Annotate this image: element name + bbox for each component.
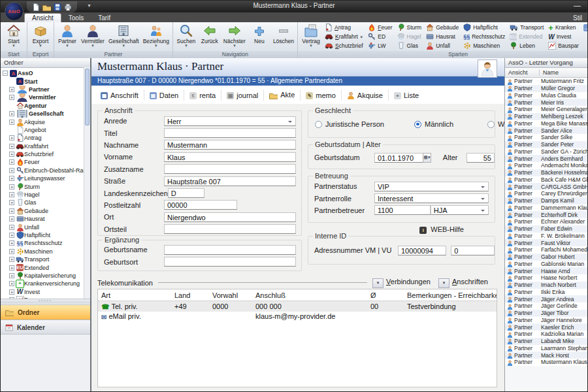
column-name[interactable]: Name [539, 69, 587, 76]
tree-expander[interactable]: + [9, 168, 14, 173]
tree-expander[interactable]: + [9, 233, 14, 238]
sidebar-splitter[interactable]: ••••• [1, 299, 90, 304]
tree-item-start[interactable]: AStart [1, 77, 84, 85]
titel-field[interactable] [164, 128, 296, 138]
ribbon-button-transport[interactable]: Transport [508, 23, 546, 32]
last-op-row[interactable]: Partner Labandt Mike [505, 338, 587, 345]
ribbon-button-rechtsschutz[interactable]: §§Rechtsschutz [461, 32, 507, 41]
ribbon-button-loeschen[interactable]: Löschen [271, 23, 296, 45]
last-op-row[interactable]: Partner Meier Generalagentu... [505, 106, 587, 113]
telekom-col-anschluss[interactable]: Anschluß [252, 291, 367, 299]
last-op-row[interactable]: Partner Mustermann Klaus [505, 359, 587, 366]
last-op-row[interactable]: Partner Sander Peter [505, 141, 587, 148]
tree-expander[interactable]: + [9, 95, 14, 100]
geburtsort-field[interactable] [164, 257, 296, 267]
tree-item-feuer[interactable]: +Feuer [1, 158, 84, 166]
ribbon-button-haftpflicht[interactable]: Haftpflicht [461, 23, 507, 32]
tree-expander[interactable]: + [9, 192, 14, 197]
tree-expander[interactable]: + [9, 281, 14, 286]
view-tab-akquise[interactable]: Akquise [341, 90, 388, 101]
last-op-row[interactable]: Partner Andemacht Monika [505, 162, 587, 169]
view-tab-daten[interactable]: ▤Daten [144, 90, 184, 101]
last-op-row[interactable]: Partner Mehlberg Leszek [505, 113, 587, 120]
tree-expander[interactable]: + [9, 200, 14, 205]
zusatzname-field[interactable] [164, 164, 296, 174]
tree-expander[interactable]: − [3, 71, 8, 76]
view-tab-journal[interactable]: ▤journal [221, 90, 263, 101]
tree-scrollbar[interactable] [84, 67, 90, 299]
tree-expander[interactable]: + [9, 144, 14, 149]
last-op-row[interactable]: Partner Bäckerei Hosselmann [505, 169, 587, 176]
tree-expander[interactable]: + [9, 208, 14, 214]
tree-item-haftpflicht[interactable]: +Haftpflicht [1, 231, 84, 239]
geburtsdatum-input[interactable]: 01.01.1970 [374, 153, 423, 163]
landeskennzeichen-field[interactable]: D [168, 188, 204, 198]
tree-item-angebot[interactable]: Angebot [1, 126, 84, 134]
ribbon-button-sturm[interactable]: Sturm [395, 23, 424, 32]
ribbon-button-zurueck[interactable]: Zurück [198, 23, 221, 45]
ribbon-button-kraftfahrt[interactable]: Kraftfahrt ▼ [323, 32, 365, 41]
ribbon-button-naechster[interactable]: Nächster▼ [221, 23, 248, 48]
tree-item-sturm[interactable]: +Sturm [1, 182, 84, 190]
tree-item-transport[interactable]: +Transport [1, 255, 84, 263]
tree-expander[interactable]: + [9, 87, 14, 92]
last-op-row[interactable]: Partner Faust Viktor [505, 239, 587, 246]
app-menu-button[interactable]: AssO [5, 2, 24, 21]
last-op-row[interactable]: Partner Jäger Gerlinde [505, 302, 587, 310]
ribbon-button-gesellschaft[interactable]: Gesellschaft▼ [106, 23, 141, 48]
strasse-field[interactable]: Hauptstraße 007 [164, 176, 296, 186]
partnerrolle-select[interactable]: Interessent [374, 193, 489, 203]
last-op-row[interactable]: Partner Mack Horst [505, 351, 587, 359]
last-op-row[interactable]: Partner CARGLASS GmbH [505, 183, 587, 190]
tree-expander[interactable]: + [9, 176, 14, 181]
ribbon-button-unfall[interactable]: Unfall [424, 41, 461, 50]
tree-expander[interactable]: + [9, 240, 14, 246]
last-op-row[interactable]: Partner Haase Norbert [505, 274, 587, 282]
view-tab-memo[interactable]: ✎memo [300, 90, 341, 101]
anschriften-button[interactable]: Anschriften [452, 278, 488, 286]
tree-expander[interactable]: + [9, 216, 14, 221]
ribbon-button-beziehung[interactable]: Beziehung▼ [141, 23, 171, 48]
last-op-row[interactable]: Partner Mega Bike Manasse... [505, 120, 587, 127]
last-op-row[interactable]: Partner Jäger Andrea [505, 295, 587, 302]
postleitzahl-field[interactable]: 00000 [164, 200, 237, 210]
tree-item-unfall[interactable]: +Unfall [1, 223, 84, 231]
tree-item-extended[interactable]: +EUExtended [1, 263, 84, 271]
telekom-col-land[interactable]: Land [171, 291, 209, 299]
ribbon-button-maschinen[interactable]: Maschinen [461, 41, 507, 50]
ribbon-button-schutzbrief[interactable]: Schutzbrief [323, 41, 365, 50]
last-op-row[interactable]: Partner Laarmann Stephan [505, 345, 587, 352]
web-hilfe-button[interactable]: i WEB-Hilfe [419, 225, 464, 234]
ribbon-tab-tools[interactable]: Tools [61, 14, 91, 22]
telekom-row-email-priv[interactable]: ✉eMail priv.klaus-m@my-provider.de [98, 312, 497, 322]
anschriften-dropdown-icon[interactable]: ▼ [438, 278, 449, 288]
ribbon-button-partner[interactable]: Partner▼ [56, 23, 79, 48]
minimize-button[interactable]: — [574, 1, 581, 9]
tree-expander[interactable]: + [9, 289, 14, 295]
style-menu[interactable]: Stil [573, 14, 582, 22]
tree-expander[interactable]: + [9, 225, 14, 230]
tree-item-antrag[interactable]: +Antrag [1, 134, 84, 142]
ribbon-button-kranken[interactable]: +Kranken [546, 23, 581, 32]
column-ansicht[interactable]: Ansicht [505, 69, 539, 76]
last-op-row[interactable]: Partner Faber Edwin [505, 225, 587, 233]
last-op-row[interactable]: Partner Jäger Tibor [505, 310, 587, 317]
tree-expander[interactable]: + [9, 249, 14, 254]
verbindungen-dropdown-icon[interactable]: ▼ [372, 278, 384, 288]
ribbon-button-vermittler[interactable]: Vermittler▼ [79, 23, 106, 48]
last-op-row[interactable]: Partner Gabor Hubert [505, 253, 587, 261]
ribbon-button-lw[interactable]: LW [366, 41, 394, 50]
ribbon-button-antrag[interactable]: Antrag [323, 23, 365, 32]
date-picker-button[interactable]: ▦▾ [423, 153, 431, 163]
ribbon-button-gebaeude[interactable]: Gebäude [424, 23, 461, 32]
radio-maennlich[interactable]: Männlich [414, 120, 487, 128]
last-op-row[interactable]: Partner Sander Alice [505, 127, 587, 134]
partnerbetreuer-extra-select[interactable]: HJA [431, 205, 489, 215]
tree-item-einbruch-diebstahl-raub[interactable]: +Einbruch-Diebstahl-Raub [1, 167, 84, 174]
ribbon-button-invest[interactable]: WInvest [546, 32, 581, 41]
geburtsname-field[interactable] [164, 245, 296, 255]
last-op-row[interactable]: Partner Anders Bernhard [505, 155, 587, 162]
verbindungen-button[interactable]: Verbindungen [386, 278, 431, 286]
ribbon-button-feuer[interactable]: Feuer [366, 23, 394, 32]
tree-expander[interactable]: + [9, 159, 14, 165]
